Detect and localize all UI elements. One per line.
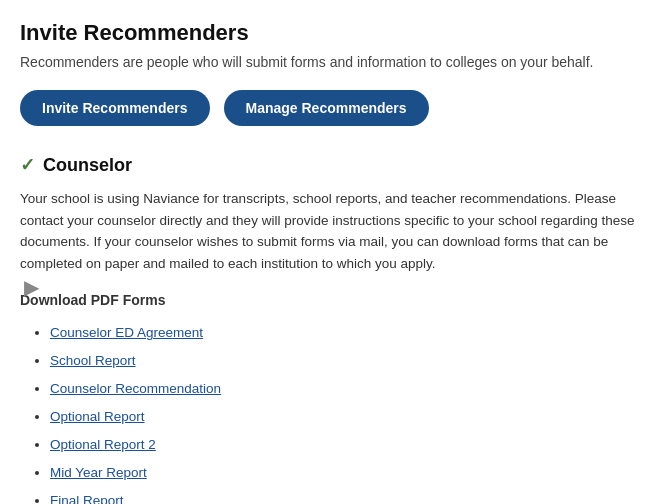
final-report-link[interactable]: Final Report bbox=[50, 493, 124, 504]
list-item: School Report bbox=[50, 346, 635, 374]
school-report-link[interactable]: School Report bbox=[50, 353, 136, 368]
mid-year-report-link[interactable]: Mid Year Report bbox=[50, 465, 147, 480]
page-subtitle: Recommenders are people who will submit … bbox=[20, 54, 635, 70]
counselor-recommendation-link[interactable]: Counselor Recommendation bbox=[50, 381, 221, 396]
page-title: Invite Recommenders bbox=[20, 20, 635, 46]
download-pdf-label: Download PDF Forms bbox=[20, 292, 635, 308]
counselor-section-header: ✓ Counselor bbox=[20, 154, 635, 176]
list-item: Optional Report 2 bbox=[50, 430, 635, 458]
check-icon: ✓ bbox=[20, 154, 35, 176]
counselor-heading: Counselor bbox=[43, 155, 132, 176]
action-buttons: Invite Recommenders Manage Recommenders bbox=[20, 90, 635, 126]
list-item: Optional Report bbox=[50, 402, 635, 430]
pdf-links-list: Counselor ED Agreement School Report Cou… bbox=[20, 318, 635, 504]
optional-report-link[interactable]: Optional Report bbox=[50, 409, 145, 424]
list-item: Final Report bbox=[50, 486, 635, 504]
list-item: Counselor ED Agreement bbox=[50, 318, 635, 346]
list-item: Counselor Recommendation bbox=[50, 374, 635, 402]
counselor-description: Your school is using Naviance for transc… bbox=[20, 188, 635, 274]
invite-recommenders-button[interactable]: Invite Recommenders bbox=[20, 90, 210, 126]
counselor-ed-agreement-link[interactable]: Counselor ED Agreement bbox=[50, 325, 203, 340]
optional-report-2-link[interactable]: Optional Report 2 bbox=[50, 437, 156, 452]
left-arrow-icon[interactable]: ▶ bbox=[24, 275, 39, 299]
manage-recommenders-button[interactable]: Manage Recommenders bbox=[224, 90, 429, 126]
list-item: Mid Year Report bbox=[50, 458, 635, 486]
